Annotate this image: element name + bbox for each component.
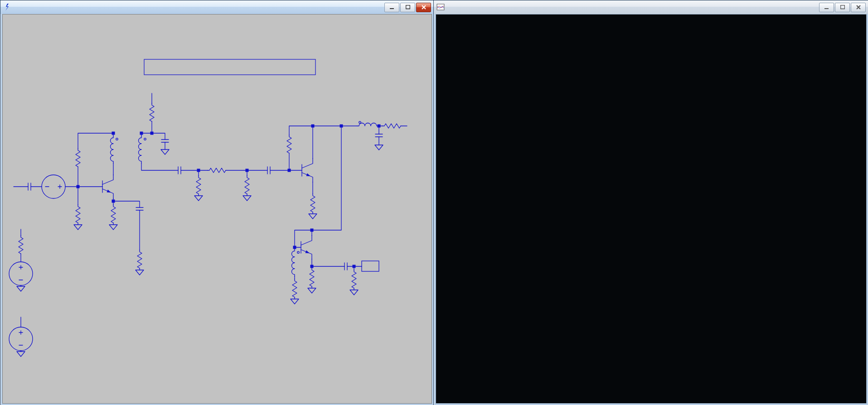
schematic-titlebar[interactable] [0, 0, 434, 14]
minimize-button[interactable] [819, 3, 834, 12]
component-ci2[interactable] [178, 167, 181, 174]
component-r4[interactable] [111, 205, 116, 223]
component-c3[interactable] [375, 134, 383, 137]
component-r2[interactable] [76, 205, 80, 223]
component-ci3[interactable] [344, 263, 347, 270]
waveform-panes [437, 16, 859, 402]
junction-nodes [77, 125, 381, 268]
component-r11[interactable] [383, 124, 401, 128]
component-r6[interactable] [196, 176, 201, 194]
maximize-button[interactable] [835, 3, 850, 12]
component-q2[interactable] [302, 159, 313, 182]
component-r9[interactable] [287, 135, 291, 153]
component-ci6[interactable] [267, 167, 270, 174]
component-r7[interactable] [245, 176, 249, 194]
component-r10[interactable] [310, 194, 315, 212]
maximize-button[interactable] [400, 3, 415, 12]
schematic-window [0, 0, 434, 405]
component-ce[interactable] [136, 207, 143, 210]
component-l1[interactable] [110, 136, 118, 163]
component-v1[interactable] [9, 327, 33, 351]
wires[interactable] [14, 93, 407, 352]
waveform-titlebar[interactable] [434, 0, 868, 14]
component-rg1[interactable] [19, 236, 23, 254]
waveform-client[interactable] [436, 14, 867, 404]
component-l4[interactable] [291, 249, 299, 276]
sheet-title-box [144, 59, 315, 75]
ltspice-schematic-icon [3, 3, 11, 11]
waveform-window [433, 0, 868, 405]
component-l3[interactable] [357, 121, 378, 126]
component-r8[interactable] [208, 168, 226, 173]
ground-symbols [17, 145, 383, 357]
component-ci1[interactable] [28, 183, 31, 190]
component-vx1[interactable] [42, 175, 65, 198]
close-button[interactable] [416, 3, 431, 12]
component-r3[interactable] [150, 103, 154, 121]
port-out[interactable] [362, 261, 379, 271]
waveform-icon [436, 3, 445, 11]
schematic-drawing [3, 14, 432, 403]
component-v4[interactable] [9, 262, 33, 285]
minimize-button[interactable] [384, 3, 399, 12]
component-r12[interactable] [292, 279, 297, 297]
close-button[interactable] [851, 3, 866, 12]
component-q1[interactable] [102, 175, 113, 198]
component-r13[interactable] [310, 268, 314, 286]
component-l2[interactable] [138, 136, 146, 163]
component-r5[interactable] [137, 250, 142, 268]
schematic-canvas[interactable] [2, 14, 432, 404]
component-rload[interactable] [352, 270, 356, 288]
component-r1[interactable] [76, 149, 80, 167]
component-q3[interactable] [301, 236, 312, 259]
component-cd[interactable] [161, 140, 169, 142]
